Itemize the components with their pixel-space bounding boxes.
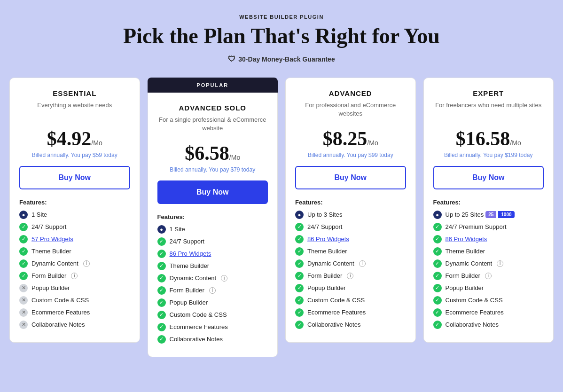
feature-item: ✓Popup Builder xyxy=(295,284,406,292)
features-label-advanced-solo: Features: xyxy=(157,213,268,220)
feature-item: ✓86 Pro Widgets xyxy=(157,250,268,258)
guarantee-text: 30-Day Money-Back Guarantee xyxy=(238,55,335,63)
info-icon: i xyxy=(83,260,90,267)
feature-text: 24/7 Support xyxy=(170,238,204,245)
plan-advanced: ADVANCEDFor professional and eCommerce w… xyxy=(285,78,416,343)
feature-item: ✕Custom Code & CSS xyxy=(19,296,130,305)
shield-icon: 🛡 xyxy=(228,55,235,63)
buy-btn-advanced-solo[interactable]: Buy Now xyxy=(157,180,268,204)
feature-text: Form Builder xyxy=(31,272,66,279)
feature-icon: ✓ xyxy=(433,272,442,280)
feature-text: Form Builder xyxy=(307,272,342,279)
info-icon: i xyxy=(485,273,492,279)
feature-icon: ✓ xyxy=(19,259,28,268)
feature-icon: ✓ xyxy=(433,223,442,231)
feature-item: ●1 Site xyxy=(19,211,130,219)
feature-list-expert: ● Up to 25 Sites 251000 ✓24/7 Premium Su… xyxy=(433,211,544,329)
buy-btn-expert[interactable]: Buy Now xyxy=(433,166,544,189)
feature-icon: ✓ xyxy=(19,247,28,256)
plan-card-expert: EXPERTFor freelancers who need multiple … xyxy=(423,78,554,343)
plan-name-advanced-solo: ADVANCED SOLO xyxy=(157,104,268,112)
buy-btn-essential[interactable]: Buy Now xyxy=(19,166,130,189)
feature-item: ✓Collaborative Notes xyxy=(295,321,406,329)
feature-item: ✓Ecommerce Features xyxy=(295,308,406,317)
feature-item: ✓Custom Code & CSS xyxy=(295,296,406,305)
feature-text: Theme Builder xyxy=(31,248,71,255)
buy-btn-advanced[interactable]: Buy Now xyxy=(295,166,406,189)
feature-icon: ✓ xyxy=(19,272,28,280)
feature-icon: ✓ xyxy=(157,298,166,307)
feature-icon: ✓ xyxy=(295,321,304,329)
popular-badge: POPULAR xyxy=(148,78,278,93)
plan-card-essential: ESSENTIALEverything a website needs $4.9… xyxy=(9,78,140,343)
feature-text: 1 Site xyxy=(31,211,47,218)
feature-icon: ✓ xyxy=(433,259,442,268)
feature-item: ✓Ecommerce Features xyxy=(433,308,544,317)
plan-price-advanced-solo: $6.58/Mo xyxy=(157,142,268,165)
feature-text: Custom Code & CSS xyxy=(170,311,227,318)
feature-list-advanced-solo: ●1 Site ✓24/7 Support ✓86 Pro Widgets ✓T… xyxy=(157,225,268,344)
feature-item: ✓Form Builderi xyxy=(157,286,268,295)
feature-item: ✓Custom Code & CSS xyxy=(433,296,544,305)
feature-item: ✕Popup Builder xyxy=(19,284,130,292)
features-label-expert: Features: xyxy=(433,199,544,206)
feature-item: ✓24/7 Support xyxy=(157,237,268,246)
feature-icon: ✓ xyxy=(19,235,28,243)
plans-grid: ESSENTIALEverything a website needs $4.9… xyxy=(9,78,554,357)
feature-item: ✓Dynamic Contenti xyxy=(433,259,544,268)
feature-item: ✓Theme Builder xyxy=(433,247,544,256)
feature-item: ✓Theme Builder xyxy=(19,247,130,256)
feature-icon: ✓ xyxy=(157,335,166,344)
feature-icon: ✕ xyxy=(19,284,28,292)
feature-text: 24/7 Support xyxy=(307,223,342,230)
feature-icon: ✓ xyxy=(295,223,304,231)
feature-icon: ✓ xyxy=(433,321,442,329)
feature-item: ✓Dynamic Contenti xyxy=(295,259,406,268)
feature-text: Theme Builder xyxy=(170,262,210,269)
feature-text: Popup Builder xyxy=(307,284,346,291)
feature-item: ✓Custom Code & CSS xyxy=(157,311,268,319)
plan-advanced-solo: POPULARADVANCED SOLOFor a single profess… xyxy=(148,78,278,357)
feature-text: Dynamic Content xyxy=(170,274,217,282)
feature-item: ✓Form Builderi xyxy=(433,272,544,280)
feature-text: Ecommerce Features xyxy=(31,309,90,316)
feature-link[interactable]: 57 Pro Widgets xyxy=(31,235,73,243)
info-icon: i xyxy=(347,273,353,279)
feature-text: Form Builder xyxy=(446,272,480,279)
feature-text: Custom Code & CSS xyxy=(446,297,503,304)
feature-text: Collaborative Notes xyxy=(307,321,360,328)
feature-link[interactable]: 86 Pro Widgets xyxy=(307,235,349,243)
feature-link[interactable]: 86 Pro Widgets xyxy=(446,235,487,243)
feature-list-essential: ●1 Site ✓24/7 Support ✓57 Pro Widgets ✓T… xyxy=(19,211,130,329)
feature-item: ✕Collaborative Notes xyxy=(19,321,130,329)
plan-billed-advanced: Billed annually. You pay $99 today xyxy=(295,152,406,158)
plan-billed-expert: Billed annually. You pay $199 today xyxy=(433,152,544,158)
feature-item: ✓Collaborative Notes xyxy=(157,335,268,344)
badge-25: 25 xyxy=(485,211,496,218)
feature-text: Popup Builder xyxy=(446,284,484,291)
feature-item: ✕Ecommerce Features xyxy=(19,308,130,317)
feature-text: Theme Builder xyxy=(446,248,485,255)
feature-item: ✓Popup Builder xyxy=(157,298,268,307)
plan-price-advanced: $8.25/Mo xyxy=(295,127,406,150)
feature-item: ✓Dynamic Contenti xyxy=(19,259,130,268)
feature-list-advanced: ●Up to 3 Sites ✓24/7 Support ✓86 Pro Wid… xyxy=(295,211,406,329)
feature-item: ✓86 Pro Widgets xyxy=(295,235,406,243)
plan-price-essential: $4.92/Mo xyxy=(19,127,130,150)
plan-name-expert: EXPERT xyxy=(433,89,544,97)
feature-item: ● Up to 25 Sites 251000 xyxy=(433,211,544,219)
feature-icon: ✓ xyxy=(295,284,304,292)
feature-icon: ● xyxy=(157,225,166,234)
feature-item: ✓86 Pro Widgets xyxy=(433,235,544,243)
feature-icon: ✓ xyxy=(157,262,166,270)
feature-icon: ✕ xyxy=(19,296,28,305)
feature-icon: ✓ xyxy=(157,286,166,295)
feature-icon: ✓ xyxy=(295,247,304,256)
plan-desc-expert: For freelancers who need multiple sites xyxy=(433,101,544,119)
info-icon: i xyxy=(497,260,503,267)
plan-desc-advanced-solo: For a single professional & eCommerce we… xyxy=(157,116,268,133)
feature-link[interactable]: 86 Pro Widgets xyxy=(170,250,211,257)
feature-icon: ● xyxy=(295,211,304,219)
feature-text: Popup Builder xyxy=(170,299,208,306)
page-header: WEBSITE BUILDER PLUGIN Pick the Plan Tha… xyxy=(9,14,554,63)
